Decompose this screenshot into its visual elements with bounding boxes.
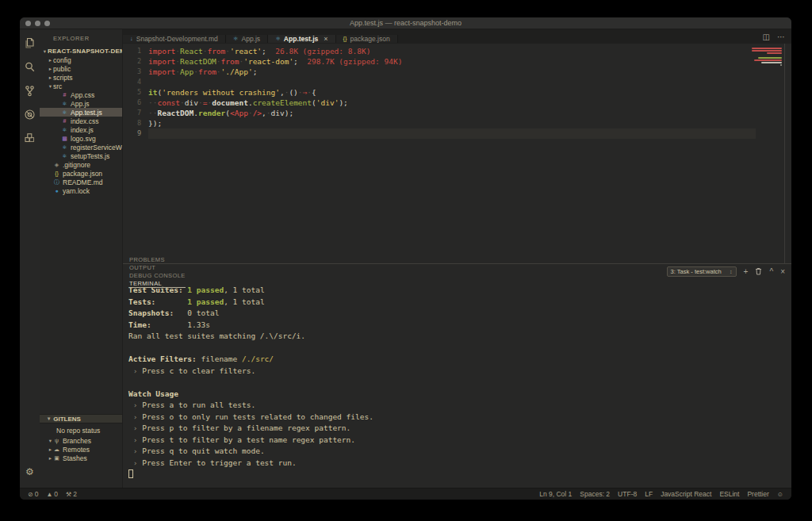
code-text: ··ReactDOM.render(<App·/>,·div); [148, 108, 293, 118]
folder-chevron-icon: ▾ [42, 48, 48, 55]
new-terminal-icon[interactable]: + [744, 268, 749, 276]
tree-item-src[interactable]: ▾src [40, 82, 122, 90]
search-icon[interactable] [24, 61, 36, 73]
statusbar-warnings[interactable]: ▲0 [46, 490, 58, 498]
more-actions-icon[interactable]: ⋯ [777, 33, 785, 41]
terminal-picker[interactable]: 3: Task - test:watch ↕ [667, 266, 737, 277]
tree-item-label: yarn.lock [63, 187, 90, 195]
terminal-line: Time: 1.33s [128, 320, 791, 331]
code-line-6[interactable]: 6··const·div·=·document.createElement('d… [123, 98, 791, 108]
svg-file-icon: ▩ [61, 136, 68, 142]
kill-terminal-icon[interactable] [755, 267, 762, 277]
tree-item-logo-svg[interactable]: ▩logo.svg [40, 134, 122, 143]
close-window-button[interactable] [25, 21, 31, 26]
statusbar-prettier[interactable]: Prettier [747, 490, 768, 498]
braces-file-icon: {} [343, 35, 347, 42]
tree-item-label: README.md [63, 178, 103, 186]
statusbar-cursor-position[interactable]: Ln 9, Col 1 [539, 490, 572, 498]
terminal-line: Active Filters: filename /./src/ [128, 354, 791, 366]
terminal-output[interactable]: Test Suites: 1 passed, 1 totalTests: 1 p… [123, 280, 791, 488]
editor-tab-app-test-js[interactable]: ⚛App.test.js× [268, 35, 335, 43]
tree-item-scripts[interactable]: ▸scripts [40, 73, 122, 82]
code-text: }); [148, 118, 162, 128]
tree-item-index-js[interactable]: ⚛index.js [40, 125, 122, 134]
code-line-9[interactable]: 9 [123, 128, 791, 139]
maximize-panel-icon[interactable]: ^ [769, 268, 773, 276]
tree-item-yarn-lock[interactable]: ●yarn.lock [40, 186, 122, 195]
zoom-window-button[interactable] [44, 21, 50, 26]
react-file-icon: ⚛ [61, 144, 68, 151]
code-line-2[interactable]: 2import·ReactDOM·from·'react-dom'; 298.7… [123, 56, 791, 67]
title-bar[interactable]: App.test.js — react-snapshot-demo [20, 17, 791, 29]
minimize-window-button[interactable] [35, 21, 40, 26]
code-line-7[interactable]: 7··ReactDOM.render(<App·/>,·div); [123, 108, 791, 118]
tree-item-index-css[interactable]: #index.css [40, 117, 122, 125]
split-editor-icon[interactable]: ◫ [763, 33, 770, 41]
vscode-window: App.test.js — react-snapshot-demo ⚙ EXPL… [20, 17, 791, 500]
tree-item-label: App.test.js [71, 109, 102, 117]
tree-item-app-css[interactable]: #App.css [40, 90, 122, 99]
editor-tab-snapshot-development-md[interactable]: ↓Snapshot-Development.md [123, 35, 226, 43]
statusbar-errors[interactable]: ⊘0 [28, 490, 38, 498]
code-line-5[interactable]: 5it('renders without crashing',·()·⇒·{ [123, 87, 791, 98]
debug-icon[interactable] [24, 109, 36, 121]
minimap-line [754, 59, 782, 61]
close-tab-icon[interactable]: × [324, 35, 327, 43]
gitlens-item-label: Remotes [63, 446, 90, 454]
panel-tab-terminal[interactable]: TERMINAL [129, 280, 186, 288]
react-file-icon: ⚛ [61, 101, 68, 107]
code-line-4[interactable]: 4 [123, 77, 791, 87]
terminal-line [128, 343, 791, 354]
settings-gear-icon[interactable]: ⚙ [25, 467, 34, 477]
tree-item-label: package.json [63, 170, 102, 178]
code-editor[interactable]: 1import·React·from·'react'; 26.8K (gzipp… [123, 44, 791, 263]
tree-item-readme-md[interactable]: ⓘREADME.md [40, 178, 122, 186]
code-line-8[interactable]: 8}); [123, 118, 791, 128]
code-text: it('renders without crashing',·()·⇒·{ [148, 87, 316, 98]
bottom-panel: PROBLEMSOUTPUTDEBUG CONSOLETERMINAL 3: T… [123, 263, 791, 488]
chevron-icon: ▾ [48, 438, 53, 444]
running-tasks-icon: ⚒ [66, 491, 71, 498]
feedback-icon: ☺ [777, 491, 783, 498]
statusbar-language-mode[interactable]: JavaScript React [661, 490, 711, 498]
statusbar-eslint[interactable]: ESLint [719, 490, 739, 498]
tree-item-package-json[interactable]: {}package.json [40, 169, 122, 178]
tab-label: package.json [350, 35, 390, 43]
code-line-1[interactable]: 1import·React·from·'react'; 26.8K (gzipp… [123, 46, 791, 56]
statusbar-running-tasks[interactable]: ⚒2 [66, 490, 77, 498]
statusbar-eol[interactable]: LF [645, 490, 653, 498]
code-line-3[interactable]: 3import·App·from·'./App'; [123, 67, 791, 77]
code-text: import·App·from·'./App'; [148, 67, 257, 77]
statusbar-indentation[interactable]: Spaces: 2 [580, 490, 610, 498]
editor-scrollbar[interactable] [784, 44, 785, 263]
line-number: 6 [123, 98, 148, 108]
gitlens-item-remotes[interactable]: ▸☁Remotes [40, 445, 122, 454]
extensions-icon[interactable] [24, 132, 36, 144]
close-panel-icon[interactable]: × [780, 268, 785, 276]
source-control-icon[interactable] [24, 85, 36, 97]
tree-item-app-js[interactable]: ⚛App.js [40, 99, 122, 108]
terminal-line: › Press a to run all tests. [128, 400, 791, 412]
statusbar-feedback[interactable]: ☺ [777, 491, 783, 498]
gitlens-header[interactable]: ▾ GITLENS [40, 414, 122, 423]
folder-chevron-icon: ▸ [48, 66, 53, 72]
explorer-icon[interactable] [24, 37, 36, 49]
sidebar-header: EXPLORER [40, 29, 122, 47]
tree-item-app-test-js[interactable]: ⚛App.test.js [40, 108, 122, 117]
terminal-line: Watch Usage [128, 389, 791, 400]
gitlens-item-stashes[interactable]: ▸▣Stashes [40, 454, 122, 462]
tab-label: App.test.js [284, 35, 318, 43]
panel-tab-output[interactable]: OUTPUT [129, 264, 186, 272]
tree-item-public[interactable]: ▸public [40, 64, 122, 73]
panel-tab-problems[interactable]: PROBLEMS [129, 256, 186, 264]
tree-item-setuptests-js[interactable]: ⚛setupTests.js [40, 151, 122, 160]
editor-tab-package-json[interactable]: {}package.json [336, 35, 398, 43]
editor-tab-app-js[interactable]: ⚛App.js [226, 35, 268, 43]
tree-item-registerserviceworker-js[interactable]: ⚛registerServiceWorker.js [40, 143, 122, 151]
tree-item-config[interactable]: ▸config [40, 56, 122, 64]
statusbar-encoding[interactable]: UTF-8 [618, 490, 637, 498]
panel-tab-debug-console[interactable]: DEBUG CONSOLE [129, 272, 186, 280]
tree-item-react-snapshot-demo[interactable]: ▾REACT-SNAPSHOT-DEMO [40, 47, 122, 56]
tree-item--gitignore[interactable]: ◈.gitignore [40, 160, 122, 169]
gitlens-item-branches[interactable]: ▾ψBranches [40, 436, 122, 445]
